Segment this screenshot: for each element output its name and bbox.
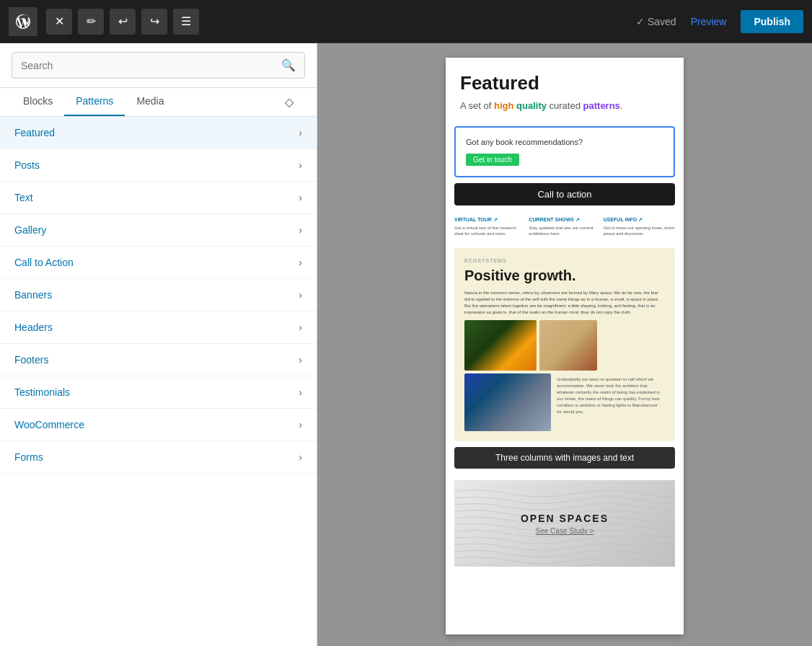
open-spaces-title: OPEN SPACES (521, 513, 609, 524)
tooltip-call-to-action: Call to action (454, 183, 675, 205)
chevron-right-icon: › (299, 322, 302, 333)
featured-subtitle: A set of high quality curated patterns. (460, 99, 669, 113)
tabs: Blocks Patterns Media ◇ (0, 88, 317, 117)
undo-icon: ↩ (118, 14, 128, 28)
category-label: Headers (14, 322, 53, 333)
beach-image (464, 373, 551, 431)
cta-card: Got any book recommendations? Get in tou… (454, 126, 675, 177)
forest-image (464, 320, 537, 371)
list-icon: ☰ (181, 14, 191, 28)
col-item-1: VIRTUAL TOUR ↗ Get a virtual tour of the… (454, 217, 526, 237)
growth-images-bottom: Undoubtedly we have no question to call … (464, 373, 665, 431)
redo-icon: ↪ (150, 14, 159, 28)
publish-button[interactable]: Publish (741, 10, 803, 33)
sidebar-item-featured[interactable]: Featured › (0, 117, 317, 149)
growth-text2: Undoubtedly we have no question to call … (554, 373, 665, 431)
chevron-right-icon: › (299, 354, 302, 366)
sidebar-item-banners[interactable]: Banners › (0, 279, 317, 311)
close-icon: ✕ (55, 14, 64, 28)
cta-button[interactable]: Get in touch (466, 154, 519, 166)
redo-button[interactable]: ↪ (141, 9, 167, 35)
col1-title: VIRTUAL TOUR ↗ (454, 217, 526, 223)
three-column-section: VIRTUAL TOUR ↗ Get a virtual tour of the… (446, 211, 684, 243)
content-scroll[interactable]: Featured A set of high quality curated p… (317, 43, 812, 646)
sidebar-item-forms[interactable]: Forms › (0, 441, 317, 474)
checkmark-icon: ✓ (636, 16, 645, 27)
subtitle-high: high (494, 100, 513, 111)
edit-icon: ✏ (87, 14, 96, 28)
tab-blocks[interactable]: Blocks (12, 88, 64, 116)
col1-text: Get a virtual tour of the museum ideal f… (454, 225, 526, 237)
saved-status: ✓ Saved (636, 16, 676, 27)
sidebar-item-posts[interactable]: Posts › (0, 149, 317, 182)
sidebar-item-footers[interactable]: Footers › (0, 344, 317, 376)
search-box: 🔍 (12, 52, 305, 79)
col2-text: Stay updated and see our current exhibit… (529, 225, 600, 237)
chevron-right-icon: › (299, 257, 302, 268)
sidebar-item-text[interactable]: Text › (0, 182, 317, 214)
featured-title: Featured (460, 72, 669, 94)
chevron-right-icon: › (299, 419, 302, 430)
tab-media[interactable]: Media (125, 88, 175, 116)
category-label: Footers (14, 354, 48, 366)
category-label: Text (14, 192, 33, 203)
growth-section: ECOSYSTEMS Positive growth. Natura in th… (454, 248, 675, 441)
growth-title: Positive growth. (464, 267, 665, 284)
category-label: Forms (14, 451, 43, 463)
chevron-right-icon: › (299, 386, 302, 398)
chevron-right-icon: › (299, 224, 302, 236)
preview-button[interactable]: Preview (682, 12, 736, 32)
col2-title: CURRENT SHOWS ↗ (529, 217, 600, 223)
search-area: 🔍 (0, 43, 317, 88)
col-item-2: CURRENT SHOWS ↗ Stay updated and see our… (529, 217, 600, 237)
col3-text: Get to know our opening times, ticket pr… (604, 225, 675, 237)
chevron-right-icon: › (299, 451, 302, 463)
category-label: Featured (14, 127, 55, 138)
sidebar-item-gallery[interactable]: Gallery › (0, 214, 317, 247)
category-label: Posts (14, 159, 40, 171)
main-layout: 🔍 Blocks Patterns Media ◇ Featured › Pos… (0, 43, 812, 646)
wp-logo[interactable] (9, 7, 37, 36)
open-spaces-section: .wl { fill: none; stroke: #bbb; stroke-w… (454, 480, 675, 567)
category-label: Gallery (14, 224, 46, 236)
growth-images-top (464, 320, 665, 371)
growth-tag: ECOSYSTEMS (464, 258, 665, 263)
tab-patterns[interactable]: Patterns (64, 88, 125, 116)
featured-section-header: Featured A set of high quality curated p… (446, 58, 684, 120)
category-label: Call to Action (14, 257, 74, 268)
category-list: Featured › Posts › Text › Gallery › Call… (0, 117, 317, 646)
col-item-3: USEFUL INFO ↗ Get to know our opening ti… (604, 217, 675, 237)
toolbar: ✕ ✏ ↩ ↪ ☰ ✓ Saved Preview Publish (0, 0, 812, 43)
sidebar-item-headers[interactable]: Headers › (0, 311, 317, 344)
chevron-right-icon: › (299, 159, 302, 171)
sidebar-item-call-to-action[interactable]: Call to Action › (0, 247, 317, 279)
subtitle-quality: quality (516, 100, 547, 111)
sidebar: 🔍 Blocks Patterns Media ◇ Featured › Pos… (0, 43, 317, 646)
edit-button[interactable]: ✏ (78, 9, 104, 35)
content-area: Featured A set of high quality curated p… (317, 43, 812, 646)
category-label: WooCommerce (14, 419, 84, 430)
cta-text: Got any book recommendations? (466, 138, 663, 146)
open-spaces-content: OPEN SPACES See Case Study > (506, 498, 623, 549)
chevron-right-icon: › (299, 127, 302, 138)
category-label: Testimonials (14, 386, 70, 398)
sidebar-item-woocommerce[interactable]: WooCommerce › (0, 409, 317, 441)
tooltip-three-columns: Three columns with images and text (454, 447, 675, 469)
list-view-button[interactable]: ☰ (173, 9, 199, 35)
subtitle-curated: patterns (583, 100, 620, 111)
preview-panel: Featured A set of high quality curated p… (446, 58, 684, 634)
chevron-right-icon: › (299, 289, 302, 301)
col3-title: USEFUL INFO ↗ (604, 217, 675, 223)
search-icon[interactable]: 🔍 (281, 58, 296, 72)
category-label: Banners (14, 289, 52, 301)
saved-label: Saved (648, 16, 676, 27)
chevron-right-icon: › (299, 192, 302, 203)
wind-image (539, 320, 597, 371)
diamond-icon[interactable]: ◇ (273, 88, 305, 116)
sidebar-item-testimonials[interactable]: Testimonials › (0, 376, 317, 409)
undo-button[interactable]: ↩ (110, 9, 136, 35)
open-spaces-link[interactable]: See Case Study > (521, 527, 609, 535)
close-button[interactable]: ✕ (46, 9, 72, 35)
search-input[interactable] (21, 60, 281, 71)
growth-body: Natura in the common sense, refers by, o… (464, 290, 665, 316)
